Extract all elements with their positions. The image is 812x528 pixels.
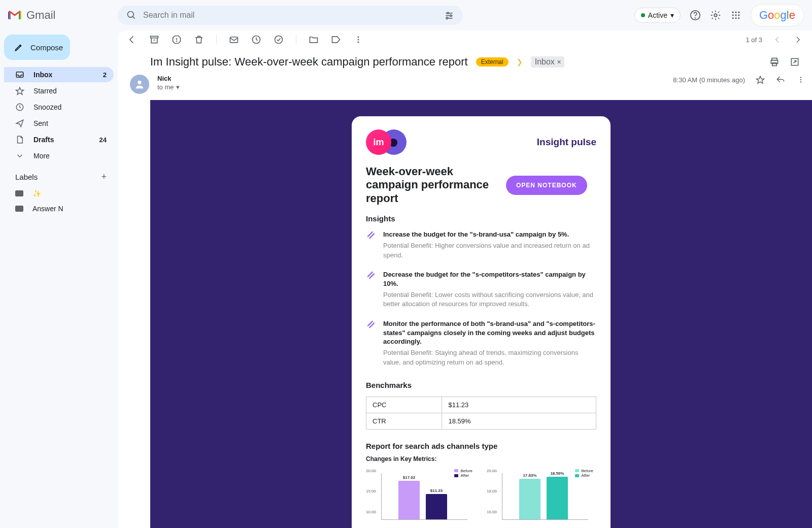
bar-label: 17.83%	[523, 473, 536, 478]
sidebar-item-label: More	[33, 152, 50, 160]
svg-point-6	[450, 15, 452, 16]
to-line[interactable]: to me ▾	[157, 83, 180, 91]
insight-item: Monitor the performance of both "s-brand…	[366, 319, 596, 367]
benchmark-value: 18.59%	[442, 413, 596, 429]
open-notebook-button[interactable]: OPEN NOTEBOOK	[506, 176, 587, 195]
insight-title: Decrease the budget for the "s-competito…	[383, 270, 596, 288]
move-button[interactable]	[309, 35, 319, 45]
print-button[interactable]	[769, 57, 780, 67]
benchmark-value: $11.23	[442, 397, 596, 413]
star-icon	[15, 86, 24, 95]
svg-point-11	[732, 12, 733, 13]
inbox-chip[interactable]: Inbox ✕	[531, 56, 564, 68]
app-header: Gmail Active ▾ Google	[0, 0, 812, 30]
benchmarks-section-header: Benchmarks	[366, 381, 596, 389]
inbox-icon	[15, 70, 24, 79]
svg-point-41	[800, 81, 801, 82]
svg-point-29	[275, 36, 283, 44]
label-name: ✨	[32, 189, 41, 197]
svg-point-5	[447, 12, 449, 14]
table-row: CTR 18.59%	[366, 413, 596, 429]
newsletter-title: Week-over-week campaign performance repo…	[366, 165, 498, 205]
apps-grid-icon[interactable]	[730, 10, 741, 21]
add-label-button[interactable]: +	[101, 172, 107, 182]
svg-point-19	[738, 17, 739, 19]
avatar[interactable]	[130, 75, 149, 94]
chevron-down-icon: ▾	[670, 11, 674, 19]
send-icon	[15, 119, 24, 128]
add-task-button[interactable]	[274, 35, 284, 45]
sidebar-item-label: Drafts	[33, 136, 54, 144]
svg-point-39	[800, 77, 801, 78]
sidebar: Compose Inbox 2 Starred Snoozed Sent	[0, 30, 118, 528]
label-item-answer-n[interactable]: Answer N	[4, 202, 114, 216]
bar-label: $17.02	[403, 475, 415, 480]
svg-point-10	[714, 14, 717, 17]
message-more-button[interactable]	[796, 75, 806, 85]
svg-point-15	[735, 14, 736, 16]
help-icon[interactable]	[690, 10, 701, 21]
label-button[interactable]	[331, 35, 341, 45]
newsletter-card: im Insight pulse Week-over-week campaign…	[352, 116, 611, 528]
remove-label-icon[interactable]: ✕	[557, 59, 561, 65]
next-button[interactable]	[793, 35, 803, 45]
google-account-button[interactable]: Google	[751, 4, 804, 26]
label-item-sparkle[interactable]: ✨	[4, 186, 114, 201]
svg-rect-23	[151, 36, 158, 38]
back-button[interactable]	[127, 35, 137, 45]
spark-icon	[366, 230, 376, 240]
ctr-chart: Before After 20.00 18.00 16.00	[487, 469, 593, 524]
sidebar-item-label: Starred	[33, 87, 57, 95]
search-icon	[126, 10, 137, 21]
sender-row: Nick to me ▾ 8:30 AM (0 minutes ago)	[118, 71, 812, 100]
spam-button[interactable]	[172, 35, 182, 45]
open-new-window-button[interactable]	[790, 57, 800, 67]
sidebar-item-drafts[interactable]: Drafts 24	[4, 132, 114, 147]
newsletter-logo: im	[366, 129, 405, 155]
svg-point-7	[446, 17, 448, 19]
subject-row: Im Insight pulse: Week-over-week campaig…	[118, 49, 812, 71]
search-bar[interactable]	[118, 6, 463, 25]
search-input[interactable]	[143, 11, 437, 20]
status-chip[interactable]: Active ▾	[634, 8, 681, 23]
header-right: Active ▾ Google	[634, 4, 804, 26]
tune-icon[interactable]	[444, 10, 455, 21]
changes-subheader: Changes in Key Metrics:	[366, 455, 596, 463]
star-message-button[interactable]	[755, 75, 765, 85]
bar-label: $11.23	[430, 488, 443, 493]
svg-point-40	[800, 79, 801, 80]
svg-marker-38	[757, 76, 764, 83]
label-arrow-icon: ❯	[517, 58, 523, 66]
svg-point-17	[732, 17, 733, 19]
reply-button[interactable]	[775, 75, 786, 85]
sidebar-item-more[interactable]: More	[4, 148, 114, 163]
snooze-button[interactable]	[251, 35, 261, 45]
svg-point-12	[735, 12, 736, 13]
sidebar-item-snoozed[interactable]: Snoozed	[4, 100, 114, 115]
svg-point-32	[358, 42, 359, 43]
sidebar-item-starred[interactable]: Starred	[4, 83, 114, 98]
toolbar: 1 of 3	[118, 30, 812, 49]
separator	[216, 35, 217, 45]
sidebar-item-inbox[interactable]: Inbox 2	[4, 67, 114, 82]
sidebar-item-count: 24	[99, 136, 107, 144]
sidebar-item-sent[interactable]: Sent	[4, 116, 114, 131]
svg-point-16	[738, 14, 739, 16]
gear-icon[interactable]	[710, 10, 721, 21]
y-axis: 20.00 18.00 16.00	[487, 469, 497, 514]
clock-icon	[15, 103, 24, 112]
archive-button[interactable]	[149, 35, 159, 45]
more-button[interactable]	[353, 35, 363, 45]
delete-button[interactable]	[194, 35, 204, 45]
cpc-chart: Before After 20.00 15.00 10.00	[366, 469, 472, 524]
expand-recipients-icon[interactable]: ▾	[176, 83, 180, 91]
prev-button[interactable]	[772, 35, 783, 45]
svg-point-9	[695, 18, 696, 18]
svg-point-18	[735, 17, 736, 19]
mark-unread-button[interactable]	[229, 35, 239, 45]
separator	[296, 35, 296, 45]
email-subject: Im Insight pulse: Week-over-week campaig…	[150, 55, 468, 69]
sender-name: Nick	[157, 75, 180, 82]
y-axis: 20.00 15.00 10.00	[366, 469, 376, 514]
compose-button[interactable]: Compose	[4, 35, 70, 60]
